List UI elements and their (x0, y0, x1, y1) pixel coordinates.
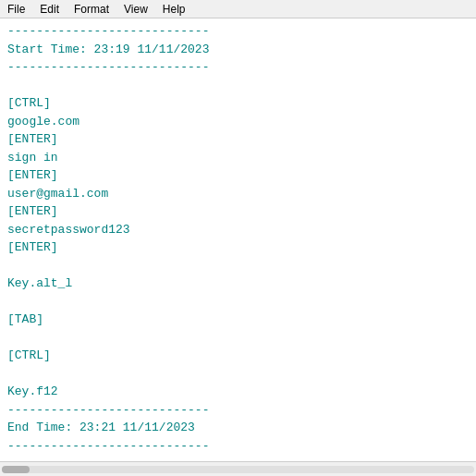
content-line: google.com (7, 113, 469, 131)
menu-file[interactable]: File (4, 1, 29, 18)
content-line: Key.alt_l (7, 275, 469, 293)
content-line: ---------------------------- (7, 22, 469, 41)
content-line: Start Time: 23:19 11/11/2023 (7, 41, 469, 59)
content-line: ---------------------------- (7, 401, 469, 420)
content-line: Key.f12 (7, 383, 469, 401)
content-line: [CTRL] (7, 347, 469, 365)
content-line (7, 257, 469, 275)
content-line: [TAB] (7, 311, 469, 329)
scrollbar-thumb[interactable] (2, 466, 30, 473)
content-line (7, 293, 469, 311)
content-line: user@gmail.com (7, 185, 469, 203)
text-content-area: ----------------------------Start Time: … (0, 18, 476, 461)
content-line: ---------------------------- (7, 58, 469, 77)
scrollbar-track (2, 466, 474, 473)
content-line: [ENTER] (7, 166, 469, 185)
menu-view[interactable]: View (120, 1, 152, 18)
content-line (7, 77, 469, 95)
content-line: secretpassword123 (7, 221, 469, 239)
menu-format[interactable]: Format (70, 1, 113, 18)
menu-bar: File Edit Format View Help (0, 0, 476, 18)
content-line: [ENTER] (7, 130, 469, 149)
content-line: sign in (7, 149, 469, 167)
content-line: [ENTER] (7, 202, 469, 221)
content-line: End Time: 23:21 11/11/2023 (7, 419, 469, 437)
menu-edit[interactable]: Edit (36, 1, 63, 18)
content-line (7, 329, 469, 348)
content-line (7, 365, 469, 384)
menu-help[interactable]: Help (159, 1, 189, 18)
content-line: ---------------------------- (7, 437, 469, 456)
content-line: [CTRL] (7, 94, 469, 113)
content-line: [ENTER] (7, 238, 469, 257)
horizontal-scrollbar[interactable] (0, 461, 476, 476)
